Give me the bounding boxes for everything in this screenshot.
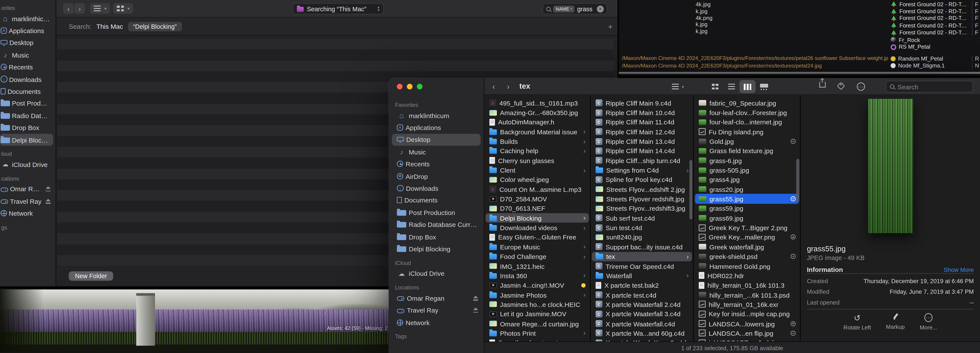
sidebar-item-marklinthicum[interactable]: marklinthicum (0, 13, 53, 25)
file-row-insta-360[interactable]: Insta 360› (486, 271, 589, 280)
forward-button[interactable]: › (75, 3, 85, 14)
asset-row-random-mf-petal[interactable]: Random Mf_PetalR (891, 55, 979, 62)
sidebar-item-applications[interactable]: Applications (0, 25, 53, 37)
sidebar-item-omar-regan[interactable]: Omar Regan (0, 183, 53, 195)
sidebar-item-icloud-drive[interactable]: iCloud Drive (0, 158, 53, 170)
clear-search-button[interactable]: × (597, 5, 604, 12)
sidebar-item-post-production[interactable]: Post Production (392, 206, 480, 218)
file-row-streets-flyov-edshift-2-jpg[interactable]: Streets Flyov...edshift 2.jpg (592, 184, 692, 194)
sidebar-item-delpi-blocking[interactable]: Delpi Blocking (0, 134, 53, 146)
sidebar-item-documents[interactable]: Documents (392, 194, 480, 206)
search-query-text[interactable]: grass (577, 5, 592, 12)
sidebar-item-icloud-drive[interactable]: iCloud Drive (392, 267, 480, 280)
file-row-caching-help[interactable]: Caching help› (486, 146, 589, 156)
scope-this-mac[interactable]: This Mac (97, 22, 123, 30)
file-row-x-partcle-waaterfall-c4d[interactable]: X partcle Waaterfall.c4d (592, 319, 692, 328)
scrollbar[interactable] (796, 159, 799, 202)
file-row-color-wheel-jpeg[interactable]: Color wheel.jpeg (486, 175, 589, 184)
file-row-ripple-cliff-main-14-c4d[interactable]: Ripple Cliff Main 14.c4d (592, 146, 692, 156)
file-row-grass59-jpg[interactable]: grass59.jpg (695, 204, 799, 213)
back-button[interactable]: ‹ (488, 81, 499, 92)
sidebar-item-omar-regan[interactable]: Omar Regan (392, 292, 480, 304)
sidebar-item-documents[interactable]: Documents (0, 85, 53, 97)
finder-search-field[interactable] (886, 81, 973, 92)
minimize-window-button[interactable] (407, 84, 413, 89)
file-row-x-partcle-test-bak2[interactable]: X partcle test.bak2 (592, 280, 692, 290)
file-row-jasmines-ho-e-clock-heic[interactable]: Jasmines ho...e clock.HEIC (486, 300, 589, 309)
file-row-x-partcle-wa-h-key-s2-c4d[interactable]: X partcle Wa...h Key s2.c4d (592, 338, 692, 341)
sidebar-item-post-producti[interactable]: Post Producti... (0, 97, 53, 110)
asset-row-fr-rock[interactable]: Fr_Rock (891, 37, 979, 43)
action-more[interactable]: More... (920, 313, 937, 331)
file-row-grass55-jpg[interactable]: grass55.jpg (695, 194, 799, 204)
eject-icon[interactable] (45, 199, 51, 204)
asset-row-forest-ground-02-rd-textures[interactable]: Forest Ground 02 - RD-TexturesF (891, 22, 979, 29)
file-row-greek-shield-psd[interactable]: greek-shield.psd (695, 251, 799, 261)
file-row-landscape-r-6-alpha-png[interactable]: LANDSCAPE...r 6 alpha.png (695, 338, 799, 341)
sidebar-item-downloads[interactable]: Downloads (0, 73, 53, 85)
sidebar-item-radio-databa[interactable]: Radio Databa... (0, 110, 53, 122)
file-row-ripple-cliff-main-10-c4d[interactable]: Ripple Cliff Main 10.c4d (592, 108, 692, 117)
file-row-streets-flyover-redshift-jpg[interactable]: Streets Flyover redshift.jpg (592, 194, 692, 204)
file-row-sun8240-jpg[interactable]: sun8240.jpg (592, 232, 692, 242)
file-row-sub-serf-test-c4d[interactable]: Sub serf test.c4d (592, 213, 692, 223)
file-row-photos-print[interactable]: Photos Print› (486, 328, 589, 338)
file-row-four-leaf-clo-internet-jpg[interactable]: four-leaf-clo...internet.jpg (695, 117, 799, 127)
asset-row-forest-ground-02-rd-textures[interactable]: Forest Ground 02 - RD-TexturesF (891, 1, 979, 8)
file-name-cell[interactable]: 4k.png (696, 15, 713, 21)
sidebar-item-drop-box[interactable]: Drop Box (392, 231, 480, 243)
file-row-streets-flyov-redshift3-jpg[interactable]: Streets Flyov...redshift3.jpg (592, 204, 692, 213)
file-row-save-the-planet-poster[interactable]: Save the planet poster (486, 338, 589, 341)
file-row-omare-rege-d-curtain-jpg[interactable]: Omare Rege...d curtain.jpg (486, 319, 589, 328)
file-row-fu-ding-island-png[interactable]: Fu Ding island.png (695, 127, 799, 137)
file-row-grass-field-texture-jpg[interactable]: Grass field texture.jpg (695, 146, 799, 156)
file-row-key-for-insid-mple-cap-png[interactable]: Key for insid...mple cap.png (695, 309, 799, 319)
file-row-grass69-jpg[interactable]: grass69.jpg (695, 213, 799, 223)
file-row-gold-jpg[interactable]: Gold.jpg (695, 137, 799, 146)
file-row-cherry-sun-glasses[interactable]: Cherry sun glasses (486, 156, 589, 165)
file-name-cell[interactable]: k.jpg (696, 21, 713, 28)
file-row-delpi-blocking[interactable]: Delpi Blocking› (486, 213, 589, 223)
file-row-landsca-en-flip-jpg[interactable]: LANDSCA...en flip.jpg (695, 328, 799, 338)
asset-row-forest-ground-02-rd-textures[interactable]: Forest Ground 02 - RD-TexturesF (891, 29, 979, 37)
list-view-button[interactable] (723, 80, 739, 93)
file-row-clent[interactable]: Clent› (486, 165, 589, 175)
sidebar-item-recents[interactable]: Recents (0, 61, 53, 73)
zoom-window-button[interactable] (417, 84, 423, 89)
file-row-ripple-cliff-main-9-c4d[interactable]: Ripple Cliff Main 9.c4d (592, 98, 692, 108)
file-row-downloaded-videos[interactable]: Downloaded videos› (486, 223, 589, 232)
sidebar-item-delpi-blocking[interactable]: Delpi Blocking (392, 243, 480, 255)
file-row-four-leaf-clov-forester-jpg[interactable]: four-leaf-clov...Forester.jpg (695, 108, 799, 117)
sidebar-item-radio-database-current[interactable]: Radio Database Current (392, 218, 480, 231)
sidebar-item-desktop[interactable]: Desktop (0, 37, 53, 49)
column-view-button[interactable] (739, 80, 756, 93)
file-row-support-bac-ity-issue-c4d[interactable]: Support bac...ity issue.c4d (592, 242, 692, 251)
sidebar-item-downloads[interactable]: Downloads (392, 182, 480, 194)
sidebar-item-network[interactable]: Network (392, 316, 480, 328)
file-name-cell[interactable]: k.jpg (696, 8, 713, 15)
sidebar-item-applications[interactable]: Applications (392, 122, 480, 134)
sidebar-item-network[interactable]: Network (0, 207, 53, 219)
file-row-background-material-issue[interactable]: Background Material issue› (486, 127, 589, 137)
asset-row-forest-ground-02-rd-textures[interactable]: Forest Ground 02 - RD-TexturesF (891, 8, 979, 15)
file-row-waterfall[interactable]: Waterfall› (592, 271, 692, 280)
file-row-greek-waterfall-jpg[interactable]: Greek waterfall.jpg (695, 242, 799, 251)
scope-delpi-blocking-token[interactable]: “Delpi Blocking” (128, 22, 182, 31)
asset-row-rs-mf-petal[interactable]: RS Mf_Petal (891, 43, 979, 50)
file-row-greek-key-maller-png[interactable]: Greek Key...maller.png (695, 232, 799, 242)
search-input[interactable] (897, 83, 960, 91)
file-row-x-partcle-waaterfall-2-c4d[interactable]: X partcle Waaterfall 2.c4d (592, 300, 692, 309)
asset-row-node-mf-stigma-1[interactable]: Node Mf_Stigma.1N (891, 62, 979, 69)
action-rotate-left[interactable]: Rotate Left (843, 313, 871, 331)
file-row-jasmin-4-cing-mov[interactable]: Jasmin 4...cing!!.MOV (486, 280, 589, 290)
file-row-tex[interactable]: tex› (592, 251, 692, 261)
search-token-name[interactable]: NAME ▾ (553, 5, 575, 12)
eject-icon[interactable] (45, 186, 51, 191)
file-row-settings-from-c4d[interactable]: Settings from C4d› (592, 165, 692, 175)
share-button[interactable] (819, 78, 826, 87)
file-row-ripple-cliff-ship-turn-c4d[interactable]: Ripple Cliff...ship turn.c4d (592, 156, 692, 165)
eject-icon[interactable] (473, 296, 478, 301)
new-folder-button[interactable]: New Folder (69, 271, 113, 281)
sidebar-item-music[interactable]: Music (392, 146, 480, 158)
scrollbar[interactable] (689, 160, 692, 219)
